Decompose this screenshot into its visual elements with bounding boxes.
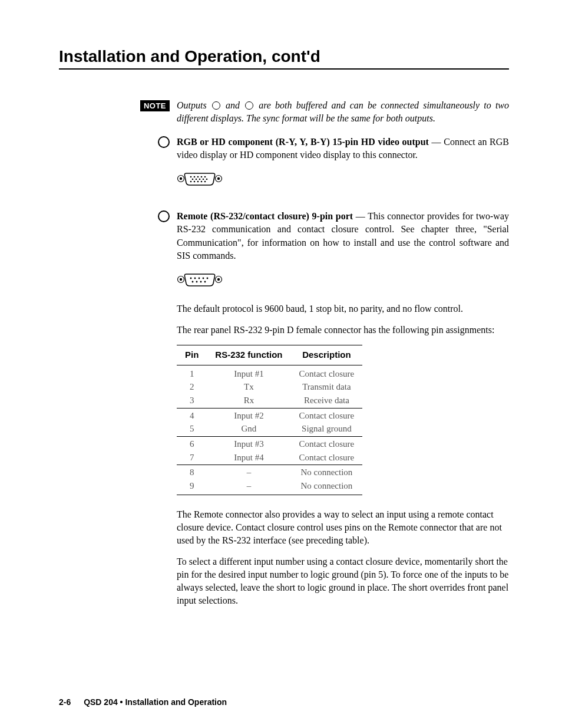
svg-point-26: [203, 277, 204, 279]
circle-icon: [212, 101, 220, 110]
table-cell-pin: 7: [177, 451, 207, 465]
section1-title: RGB or HD component (R-Y, Y, B-Y) 15-pin…: [177, 137, 429, 147]
table-cell-func: Tx: [207, 380, 290, 394]
pin-table: Pin RS-232 function Description 1Input #…: [177, 345, 362, 495]
table-cell-desc: Signal ground: [291, 422, 363, 436]
table-cell-func: Input #3: [207, 437, 290, 451]
section2-dash: —: [353, 211, 368, 221]
svg-point-5: [194, 176, 196, 178]
svg-point-18: [204, 181, 206, 183]
table-header-desc: Description: [291, 345, 363, 365]
svg-point-12: [203, 179, 204, 180]
section-rgb-output: RGB or HD component (R-Y, Y, B-Y) 15-pin…: [59, 136, 509, 202]
svg-point-4: [190, 176, 192, 178]
section1-dash: —: [429, 137, 444, 147]
document-page: Installation and Operation, cont'd NOTE …: [0, 0, 562, 728]
table-cell-desc: Contact closure: [291, 408, 363, 422]
note-text-mid: and: [222, 100, 244, 110]
note-row: NOTE Outputs and are both buffered and c…: [59, 99, 509, 125]
table-cell-pin: 9: [177, 479, 207, 495]
note-text: Outputs and are both buffered and can be…: [177, 99, 509, 125]
table-cell-func: Gnd: [207, 422, 290, 436]
table-row: 6Input #3Contact closure: [177, 437, 362, 451]
svg-point-29: [196, 281, 198, 282]
svg-point-8: [204, 176, 206, 178]
table-header-func: RS-232 function: [207, 345, 290, 365]
footer: 2-6 QSD 204 • Installation and Operation: [59, 697, 227, 707]
table-row: 4Input #2Contact closure: [177, 408, 362, 422]
table-cell-func: –: [207, 465, 290, 479]
connector-15pin-icon: [177, 170, 509, 191]
section2-title: Remote (RS-232/contact closure) 9-pin po…: [177, 211, 353, 221]
svg-point-28: [192, 281, 194, 282]
table-cell-desc: Contact closure: [291, 437, 363, 451]
table-row: 1Input #1Contact closure: [177, 365, 362, 380]
table-cell-func: Input #2: [207, 408, 290, 422]
para-select-input: To select a different input number using…: [177, 555, 509, 607]
svg-point-24: [194, 277, 196, 279]
svg-point-3: [217, 177, 220, 180]
section2-text: Remote (RS-232/contact closure) 9-pin po…: [177, 210, 509, 262]
para-pin-assign: The rear panel RS-232 9-pin D female con…: [177, 324, 509, 337]
page-number: 2-6: [59, 697, 71, 707]
page-title: Installation and Operation, cont'd: [59, 47, 509, 70]
table-header-pin: Pin: [177, 345, 207, 365]
table-cell-pin: 5: [177, 422, 207, 436]
svg-point-14: [190, 181, 192, 183]
table-cell-desc: Transmit data: [291, 380, 363, 394]
svg-point-31: [204, 281, 206, 282]
svg-point-16: [197, 181, 199, 183]
table-cell-pin: 6: [177, 437, 207, 451]
note-text-pre: Outputs: [177, 100, 211, 110]
table-cell-pin: 2: [177, 380, 207, 394]
table-cell-desc: No connection: [291, 479, 363, 495]
table-row: 5GndSignal ground: [177, 422, 362, 436]
svg-point-17: [201, 181, 203, 183]
table-cell-desc: Receive data: [291, 394, 363, 408]
table-row: 9–No connection: [177, 479, 362, 495]
svg-point-23: [190, 277, 192, 279]
table-cell-desc: No connection: [291, 465, 363, 479]
svg-point-25: [199, 277, 200, 279]
table-row: 7Input #4Contact closure: [177, 451, 362, 465]
table-row: 8–No connection: [177, 465, 362, 479]
section-remote-port: Remote (RS-232/contact closure) 9-pin po…: [59, 210, 509, 615]
table-cell-func: –: [207, 479, 290, 495]
svg-point-7: [201, 176, 203, 178]
footer-title: QSD 204 • Installation and Operation: [84, 697, 227, 707]
svg-point-1: [180, 177, 182, 180]
table-cell-func: Rx: [207, 394, 290, 408]
section1-text: RGB or HD component (R-Y, Y, B-Y) 15-pin…: [177, 136, 509, 162]
table-row: 3RxReceive data: [177, 394, 362, 408]
svg-point-13: [206, 179, 208, 180]
svg-point-22: [217, 278, 220, 281]
table-cell-func: Input #1: [207, 365, 290, 380]
table-cell-desc: Contact closure: [291, 365, 363, 380]
bullet-circle-icon: [158, 136, 170, 148]
table-cell-func: Input #4: [207, 451, 290, 465]
table-cell-desc: Contact closure: [291, 451, 363, 465]
para-remote-connector: The Remote connector also provides a way…: [177, 508, 509, 547]
svg-point-15: [194, 181, 196, 183]
para-default-protocol: The default protocol is 9600 baud, 1 sto…: [177, 302, 509, 315]
svg-point-11: [199, 179, 201, 180]
svg-point-10: [196, 179, 197, 180]
table-cell-pin: 8: [177, 465, 207, 479]
svg-point-30: [200, 281, 202, 282]
svg-point-27: [207, 277, 209, 279]
svg-point-6: [197, 176, 199, 178]
note-badge: NOTE: [140, 100, 170, 111]
svg-point-20: [180, 278, 182, 281]
svg-point-9: [192, 179, 194, 180]
table-cell-pin: 1: [177, 365, 207, 380]
table-cell-pin: 3: [177, 394, 207, 408]
connector-9pin-icon: [177, 271, 509, 292]
table-row: 2TxTransmit data: [177, 380, 362, 394]
table-cell-pin: 4: [177, 408, 207, 422]
bullet-circle-icon: [158, 210, 170, 222]
circle-icon: [245, 101, 253, 110]
